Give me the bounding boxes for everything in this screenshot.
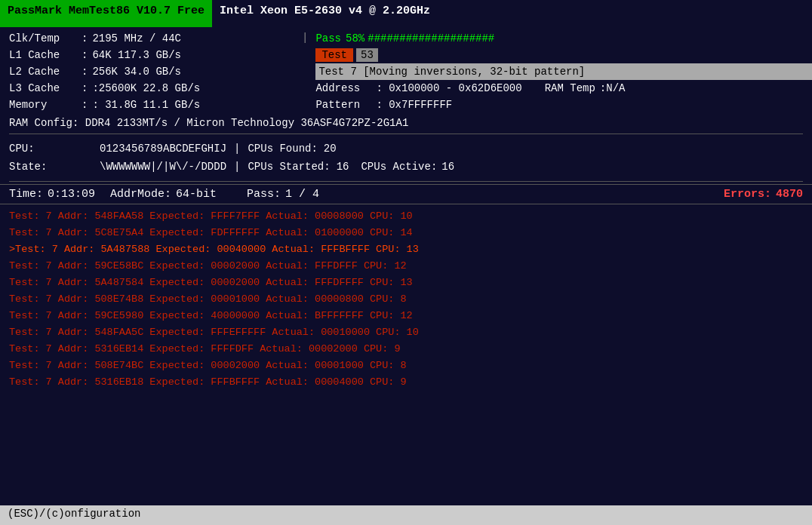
mem-label: Memory — [9, 99, 77, 111]
test-percent: 53 — [356, 48, 378, 62]
pass-percent: 58% — [346, 32, 364, 45]
cpu-row: CPU: 0123456789ABCDEFGHIJ | CPUs Found: … — [9, 140, 803, 158]
pass-row: Pass 58% #################### — [315, 30, 812, 47]
cpu-section: CPU: 0123456789ABCDEFGHIJ | CPUs Found: … — [0, 137, 812, 179]
error-line: Test: 7 Addr: 59CE5980 Expected: 4000000… — [9, 307, 803, 324]
error-line: Test: 7 Addr: 5316EB18 Expected: FFFBFFF… — [9, 373, 803, 390]
divider1 — [9, 134, 803, 134]
cpu-pipe2: | — [234, 161, 240, 173]
clk-value: 2195 MHz / 44C — [92, 32, 181, 45]
address-label: Address — [315, 82, 376, 94]
error-line: Test: 7 Addr: 5316EB14 Expected: FFFFDFF… — [9, 340, 803, 357]
sep3: : — [82, 66, 88, 78]
ram-config-row: RAM Config: DDR4 2133MT/s / Micron Techn… — [0, 115, 812, 131]
l3-value: :25600K 22.8 GB/s — [92, 82, 200, 94]
bottom-bar: (ESC)/(c)onfiguration — [0, 505, 812, 525]
clk-row: Clk/Temp : 2195 MHz / 44C — [9, 30, 302, 47]
l3-label: L3 Cache — [9, 82, 77, 94]
main-screen: PassMark MemTest86 V10.7 Free Intel Xeon… — [0, 0, 812, 525]
pattern-value: : 0x7FFFFFFF — [376, 99, 452, 111]
info-right: Pass 58% #################### Test 53 Te… — [308, 30, 812, 113]
pattern-label: Pattern — [315, 99, 376, 111]
bottom-text: (ESC)/(c)onfiguration — [8, 508, 140, 520]
cpu-pipe1: | — [234, 143, 240, 155]
vsep: | — [302, 30, 308, 113]
state-row: State: \WWWWWWW|/|W\/-/DDDD | CPUs Start… — [9, 158, 803, 176]
l1-value: 64K 117.3 GB/s — [92, 49, 181, 61]
cpus-active-label: CPUs Active: — [361, 161, 437, 173]
test-row: Test 53 — [315, 47, 812, 63]
time-value: 0:13:09 — [48, 188, 95, 201]
cpus-found-label: CPUs Found: — [248, 143, 317, 155]
pattern-row: Pattern : 0x7FFFFFFF — [315, 97, 812, 113]
sep2: : — [82, 49, 88, 61]
mem-value: : 31.8G 11.1 GB/s — [92, 99, 200, 111]
pass-value-time: 1 / 4 — [285, 188, 319, 201]
sep1: : — [82, 32, 88, 45]
info-left: Clk/Temp : 2195 MHz / 44C L1 Cache : 64K… — [0, 30, 302, 113]
addr-label: AddrMode: — [110, 188, 171, 201]
error-line: Test: 7 Addr: 5A487584 Expected: 0000200… — [9, 274, 803, 290]
divider2 — [9, 181, 803, 182]
l1-label: L1 Cache — [9, 49, 77, 61]
time-bar: Time: 0:13:09 AddrMode: 64-bit Pass: 1 /… — [0, 184, 812, 204]
error-log: Test: 7 Addr: 548FAA58 Expected: FFFF7FF… — [0, 204, 812, 393]
header: PassMark MemTest86 V10.7 Free Intel Xeon… — [0, 0, 812, 27]
sep5: : — [82, 99, 88, 111]
error-line: Test: 7 Addr: 548FAA58 Expected: FFFF7FF… — [9, 207, 803, 224]
pass-label-time: Pass: — [247, 188, 281, 201]
cpus-active-value: 16 — [441, 161, 454, 173]
cpus-started-value: 16 — [337, 161, 349, 173]
state-value: \WWWWWWW|/|W\/-/DDDD — [100, 161, 226, 173]
ram-temp-colon: : — [600, 82, 606, 94]
cpu-value: 0123456789ABCDEFGHIJ — [100, 143, 226, 155]
ram-temp-label: RAM Temp — [545, 82, 595, 94]
l2-row: L2 Cache : 256K 34.0 GB/s — [9, 63, 302, 80]
errors-label: Errors: — [724, 188, 771, 201]
test-label-red: Test — [315, 48, 353, 62]
address-value: : 0x100000 - 0x62D6E000 — [376, 82, 521, 94]
ram-config: RAM Config: DDR4 2133MT/s / Micron Techn… — [9, 117, 408, 129]
time-label: Time: — [9, 188, 43, 201]
cpu-label: CPU: — [9, 143, 100, 155]
cpu-title: Intel Xeon E5-2630 v4 @ 2.20GHz — [212, 0, 438, 27]
ram-temp-value: N/A — [606, 82, 625, 94]
errors-value: 4870 — [776, 188, 803, 201]
sep4: : — [82, 82, 88, 94]
error-line: >Test: 7 Addr: 5A487588 Expected: 000400… — [9, 241, 803, 257]
cpus-started-label: CPUs Started: — [248, 161, 330, 173]
state-label: State: — [9, 161, 100, 173]
error-line: Test: 7 Addr: 548FAA5C Expected: FFFEFFF… — [9, 324, 803, 340]
info-section: Clk/Temp : 2195 MHz / 44C L1 Cache : 64K… — [0, 29, 812, 115]
mem-row: Memory : : 31.8G 11.1 GB/s — [9, 97, 302, 113]
error-line: Test: 7 Addr: 508E74B8 Expected: 0000100… — [9, 290, 803, 307]
address-row: Address : 0x100000 - 0x62D6E000 RAM Temp… — [315, 80, 812, 97]
test-name: Test 7 [Moving inversions, 32-bit patter… — [318, 66, 585, 78]
error-line: Test: 7 Addr: 5C8E75A4 Expected: FDFFFFF… — [9, 224, 803, 241]
l2-value: 256K 34.0 GB/s — [92, 66, 181, 78]
l3-row: L3 Cache : :25600K 22.8 GB/s — [9, 80, 302, 97]
l2-label: L2 Cache — [9, 66, 77, 78]
clk-label: Clk/Temp — [9, 32, 77, 45]
error-line: Test: 7 Addr: 508E74BC Expected: 0000200… — [9, 357, 803, 373]
cpus-found-value: 20 — [324, 143, 337, 155]
error-line: Test: 7 Addr: 59CE58BC Expected: 0000200… — [9, 257, 803, 274]
l1-row: L1 Cache : 64K 117.3 GB/s — [9, 47, 302, 63]
pass-label: Pass — [315, 32, 341, 45]
test-name-row: Test 7 [Moving inversions, 32-bit patter… — [315, 63, 812, 80]
app-title: PassMark MemTest86 V10.7 Free — [0, 0, 212, 27]
pass-hashes: #################### — [368, 32, 494, 45]
addr-value: 64-bit — [176, 188, 217, 201]
